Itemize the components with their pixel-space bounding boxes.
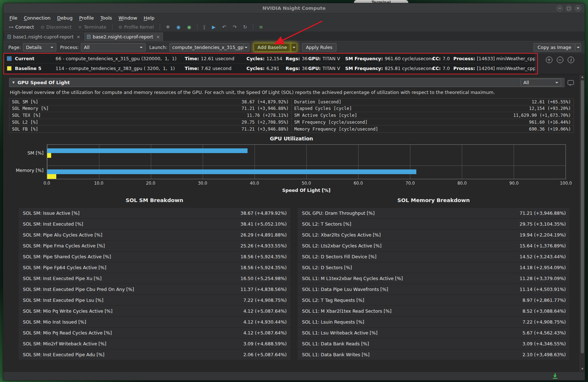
metric-row[interactable]: SM Frequency [cycle/usecond] 961.60 (+16… — [292, 119, 574, 126]
table-row[interactable]: SOL SM: Inst Executed [%] 38.41 (+5,052.… — [19, 219, 290, 230]
table-row[interactable]: SOL SM: Mio2rf Writeback Active [%] 3.09… — [19, 338, 290, 349]
maximize-icon[interactable]: □ — [565, 5, 572, 12]
minimize-icon[interactable]: − — [556, 5, 563, 12]
table-row[interactable]: SOL SM: Inst Executed Pipe Adu [%] 2.06 … — [19, 349, 290, 360]
tab-close-icon[interactable]: × — [156, 34, 160, 40]
toolbar-separator — [253, 24, 253, 30]
memory-breakdown-title: SOL Memory Breakdown — [298, 197, 569, 203]
connect-button[interactable]: ⊶ Connect — [6, 24, 37, 30]
toolbar-separator — [112, 24, 113, 30]
menu-profile[interactable]: Profile — [76, 15, 97, 21]
collapse-all-icon[interactable]: − — [557, 57, 563, 63]
copy-as-image-button[interactable]: Copy as Image — [534, 43, 575, 52]
table-row[interactable]: SOL SM: Issue Active [%] 38.67 (+4,879.9… — [19, 208, 290, 219]
titlebar[interactable]: NVIDIA Nsight Compute − □ × — [3, 3, 585, 13]
table-row[interactable]: SOL SM: Pipe Shared Cycles Active [%] 18… — [19, 251, 290, 262]
freeze-api-button[interactable]: ❄ — [163, 24, 172, 30]
menu-file[interactable]: File — [6, 15, 21, 21]
metric-value: 71.21 (+3,946.88%) — [241, 127, 289, 132]
tab-close-icon[interactable]: × — [77, 34, 81, 40]
page-select[interactable]: Details — [23, 43, 56, 52]
table-row[interactable]: SOL L1: Data Pipe Lsu Wavefronts [%] 11.… — [298, 284, 569, 295]
step-over-button[interactable]: ↷ — [230, 24, 239, 30]
table-row[interactable]: SOL SM: Mio Inst Issued [%] 4.12 (+4,930… — [19, 317, 290, 328]
menu-debug[interactable]: Debug — [54, 15, 76, 21]
table-row[interactable]: SOL L2: D Sectors [%] 14.18 (+2,954.09%) — [298, 262, 569, 273]
table-row[interactable]: SOL L1: Lsuin Requests [%] 7.22 (+4,908.… — [298, 317, 569, 328]
metric-row[interactable]: Memory Frequency [cycle/usecond] 690.36 … — [292, 126, 574, 132]
copy-as-image-dropdown-arrow[interactable] — [575, 43, 581, 52]
add-baseline-dropdown-arrow[interactable] — [291, 43, 297, 52]
table-row[interactable]: SOL L2: D Sectors Fill Device [%] 14.52 … — [298, 251, 569, 262]
section-filter-select[interactable]: All — [520, 79, 561, 86]
launch-select[interactable]: compute_tendencies_x_315_gpu — [170, 43, 244, 52]
table-row[interactable]: SOL SM: Pipe Fp64 Cycles Active [%] 18.5… — [19, 262, 290, 273]
metric-row[interactable]: SOL Memory [%] 71.21 (+3,946.88%) — [9, 106, 291, 112]
step-in-button[interactable]: ↶ — [220, 24, 229, 30]
metric-row[interactable]: Elapsed Cycles [cycle] 12,154 (+93.20%) — [292, 106, 574, 112]
table-row[interactable]: SOL L1: Data Bank Writes [%] 2.10 (+3,49… — [298, 349, 569, 360]
stat-value: [14204] miniWeather_cpp — [477, 66, 535, 71]
metric-row[interactable]: SM Active Cycles [cycle] 11,629.90 (+1,6… — [292, 112, 574, 119]
table-row[interactable]: SOL L1: M Xbar2l1tex Read Sectors [%] 8.… — [298, 306, 569, 317]
info-icon[interactable]: i — [568, 57, 574, 63]
comment-bubble-icon[interactable] — [568, 80, 574, 85]
metric-row[interactable]: SOL FB [%] 71.21 (+3,946.88%) — [9, 126, 291, 132]
resume-button[interactable]: ▶ — [209, 24, 218, 30]
close-icon[interactable]: × — [575, 5, 581, 12]
tab-base1-report[interactable]: base1.nsight-cuprof-report × — [4, 32, 84, 41]
scroll-up-icon[interactable]: ▲ — [580, 74, 585, 79]
table-row[interactable]: SOL SM: Pipe Alu Cycles Active [%] 26.29… — [19, 230, 290, 241]
metric-name: SOL L2 [%] — [12, 120, 241, 125]
vertical-scrollbar[interactable]: ▲ ▼ — [580, 74, 585, 371]
table-row[interactable]: SOL SM: Mio Pq Write Cycles Active [%] 4… — [19, 306, 290, 317]
baseline-row-baseline5[interactable]: Baseline 5 114 - compute_tendencies_z_38… — [4, 63, 535, 73]
auto-profile-button[interactable]: ◉ — [174, 24, 183, 30]
menu-window[interactable]: Window — [115, 15, 140, 21]
scroll-down-icon[interactable]: ▼ — [580, 366, 585, 371]
stat-value: 12,154 — [266, 56, 282, 61]
process-select[interactable]: All — [81, 43, 146, 52]
disconnect-button[interactable]: ⊘ Disconnect — [38, 24, 74, 30]
metric-name: SOL L1: M Xbar2l1tex Read Sectors [%] — [302, 308, 518, 314]
table-row[interactable]: SOL SM: Pipe Fma Cycles Active [%] 25.26… — [19, 241, 290, 251]
table-row[interactable]: SOL SM: Mio Pq Read Cycles Active [%] 4.… — [19, 328, 290, 338]
table-row[interactable]: SOL L1: M L1tex2xbar Req Cycles Active [… — [298, 273, 569, 284]
table-row[interactable]: SOL L1: Lsu Writeback Active [%] 5.67 (+… — [298, 328, 569, 338]
add-baseline-button[interactable]: Add Baseline — [254, 43, 291, 52]
scrollbar-thumb[interactable] — [581, 80, 584, 353]
table-row[interactable]: SOL SM: Inst Executed Pipe Cbu Pred On A… — [19, 284, 290, 295]
profile-kernel-button[interactable]: ⊚ Profile Kernel — [116, 24, 156, 30]
table-row[interactable]: SOL L2: Lts2xbar Cycles Active [%] 15.64… — [298, 241, 569, 251]
launch-select-arrow[interactable] — [244, 43, 249, 52]
table-row[interactable]: SOL L1: Data Bank Reads [%] 3.09 (+4,346… — [298, 338, 569, 349]
metric-details-button[interactable]: ≡ — [257, 24, 266, 30]
baseline-row-current[interactable]: Current 66 - compute_tendencies_x_315_gp… — [4, 54, 535, 63]
terminate-button[interactable]: × Terminate — [75, 24, 109, 30]
pause-button[interactable]: ‖ — [201, 24, 208, 30]
expand-all-icon[interactable]: + — [546, 57, 552, 63]
profile-series-button[interactable]: ◉ — [184, 24, 193, 30]
terminate-icon: × — [78, 24, 82, 30]
table-row[interactable]: SOL SM: Inst Executed Pipe Lsu [%] 7.22 … — [19, 295, 290, 306]
step-out-button[interactable]: ↻ — [241, 24, 250, 30]
menu-help[interactable]: Help — [140, 15, 158, 21]
menu-connection[interactable]: Connection — [21, 15, 54, 21]
table-row[interactable]: SOL L2: T Sectors [%] 29.75 (+3,104.35%) — [298, 219, 569, 230]
tab-base2-report[interactable]: base2.nsight-cuprof-report × — [84, 32, 163, 41]
metric-row[interactable]: SOL TEX [%] 11.76 (+278.11%) — [9, 112, 291, 119]
x-axis-tick: 0.0 — [44, 181, 50, 186]
menu-tools[interactable]: Tools — [97, 15, 115, 21]
apply-rules-button[interactable]: Apply Rules — [302, 43, 336, 52]
table-row[interactable]: SOL L2: T Tag Requests [%] 8.97 (+2,861.… — [298, 295, 569, 306]
download-icon[interactable] — [552, 373, 558, 379]
table-row[interactable]: SOL GPU: Dram Throughput [%] 71.21 (+3,9… — [298, 208, 569, 219]
gpu-sol-section-header[interactable]: ▼ GPU Speed Of Light All — [9, 78, 564, 87]
table-row[interactable]: SOL SM: Inst Executed Pipe Xu [%] 16.50 … — [19, 273, 290, 284]
metric-row[interactable]: Duration [usecond] 12.61 (+65.55%) — [292, 99, 574, 106]
metric-row[interactable]: SOL L2 [%] 29.75 (+2,708.95%) — [9, 119, 291, 126]
metric-row[interactable]: SOL SM [%] 38.67 (+4,879.92%) — [9, 99, 291, 106]
freeze-icon: ❄ — [166, 24, 170, 30]
collapse-arrow-icon[interactable]: ▼ — [12, 81, 15, 84]
table-row[interactable]: SOL L2: Xbar2lts Cycles Active [%] 19.94… — [298, 230, 569, 241]
